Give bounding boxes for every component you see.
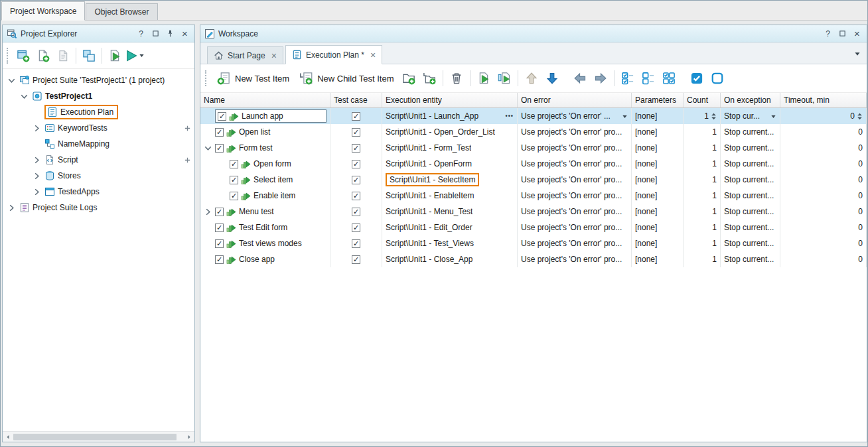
add-item-icon[interactable] [183, 156, 192, 164]
name-cell[interactable]: Open list [200, 124, 330, 140]
chevron-down-icon[interactable] [203, 143, 213, 153]
spinner-icon[interactable] [711, 111, 717, 121]
add-existing-item-button[interactable] [53, 46, 73, 65]
chevron-right-icon[interactable] [203, 207, 213, 217]
timeout-cell[interactable]: 0 [780, 156, 867, 172]
new-child-group-button[interactable] [419, 69, 439, 88]
count-cell[interactable]: 1 [684, 124, 721, 140]
add-new-item-button[interactable] [33, 46, 53, 65]
plan-row-test-edit-form[interactable]: Test Edit formScript\Unit1 - Edit_OrderU… [200, 220, 867, 235]
tab-object-browser[interactable]: Object Browser [86, 3, 157, 20]
test-case-cell[interactable] [330, 140, 382, 156]
spinner-icon[interactable] [857, 111, 863, 121]
on-error-cell[interactable]: Use project's 'On error' pro... [518, 140, 632, 156]
close-button[interactable]: × [179, 28, 190, 39]
tab-execution-plan[interactable]: Execution Plan * × [285, 45, 382, 64]
on-exception-cell[interactable]: Stop current... [721, 251, 780, 267]
tab-start-page[interactable]: Start Page × [207, 46, 283, 64]
move-up-button[interactable] [522, 69, 542, 88]
count-cell[interactable]: 1 [684, 108, 721, 124]
scroll-right-icon[interactable] [185, 433, 193, 441]
tree-item-tested-apps[interactable]: TestedApps [3, 184, 194, 200]
scroll-left-icon[interactable] [4, 433, 12, 441]
row-enabled-checkbox[interactable] [215, 239, 224, 248]
chevron-right-icon[interactable] [32, 155, 42, 165]
pin-button[interactable] [165, 28, 176, 39]
run-project-button[interactable] [105, 46, 125, 65]
row-enabled-checkbox[interactable] [215, 255, 224, 264]
count-cell[interactable]: 1 [684, 172, 721, 188]
test-case-cell[interactable] [330, 251, 382, 267]
test-case-cell[interactable] [330, 204, 382, 220]
test-case-checkbox[interactable] [352, 112, 360, 121]
move-down-button[interactable] [542, 69, 562, 88]
column-header-on_error[interactable]: On error [518, 93, 632, 107]
name-cell[interactable]: Open form [200, 156, 330, 172]
maximize-button[interactable] [150, 28, 161, 39]
row-enabled-checkbox[interactable] [218, 112, 226, 121]
test-case-cell[interactable] [330, 156, 382, 172]
test-case-cell[interactable] [330, 220, 382, 235]
name-cell[interactable]: Test Edit form [200, 220, 330, 235]
close-tab-icon[interactable]: × [370, 50, 376, 60]
test-case-cell[interactable] [330, 124, 382, 140]
row-enabled-checkbox[interactable] [215, 128, 224, 137]
name-cell[interactable]: Form test [200, 140, 330, 156]
add-project-button[interactable] [13, 46, 33, 65]
row-enabled-checkbox[interactable] [230, 176, 238, 184]
execution-entity-cell[interactable]: Script\Unit1 - Open_Order_List [382, 124, 518, 140]
row-enabled-checkbox[interactable] [215, 224, 224, 232]
check-all-button[interactable] [618, 69, 638, 88]
on-exception-cell[interactable]: Stop current... [721, 220, 780, 235]
count-cell[interactable]: 1 [684, 204, 721, 220]
name-cell[interactable]: Menu test [200, 204, 330, 220]
count-cell[interactable]: 1 [684, 235, 721, 251]
chevron-right-icon[interactable] [32, 171, 42, 181]
parameters-cell[interactable]: [none] [632, 251, 684, 267]
on-error-cell[interactable]: Use project's 'On error' pro... [518, 124, 632, 140]
plan-row-enable-item[interactable]: Enable itemScript\Unit1 - EnableItemUse … [200, 188, 867, 204]
parameters-cell[interactable]: [none] [632, 204, 684, 220]
name-cell[interactable]: Test views modes [200, 235, 330, 251]
tree-item-project-testproject1[interactable]: TestProject1 [3, 88, 194, 104]
move-left-button[interactable] [570, 69, 590, 88]
tree-item-keyword-tests[interactable]: KeywordTests [3, 120, 194, 136]
execution-entity-cell[interactable]: Script\Unit1 - EnableItem [382, 188, 518, 204]
run-focused-item-button[interactable] [494, 69, 514, 88]
on-exception-cell[interactable]: Stop current... [721, 172, 780, 188]
execution-entity-cell[interactable]: Script\Unit1 - Edit_Order [382, 220, 518, 235]
timeout-cell[interactable]: 0 [780, 251, 867, 267]
uncheck-all-button[interactable] [638, 69, 658, 88]
parameters-cell[interactable]: [none] [632, 124, 684, 140]
on-error-cell[interactable]: Use project's 'On error' ... [518, 108, 632, 124]
execution-entity-cell[interactable]: Script\Unit1 - Launch_App••• [382, 108, 518, 124]
on-exception-cell[interactable]: Stop current... [721, 204, 780, 220]
disable-selected-button[interactable] [707, 69, 727, 88]
close-tab-icon[interactable]: × [271, 51, 277, 60]
column-header-count[interactable]: Count [684, 93, 721, 107]
check-children-button[interactable] [659, 69, 679, 88]
execution-entity-cell[interactable]: Script\Unit1 - Close_App [382, 251, 518, 267]
execution-entity-cell[interactable]: Script\Unit1 - Menu_Test [382, 204, 518, 220]
on-error-cell[interactable]: Use project's 'On error' pro... [518, 204, 632, 220]
chevron-down-icon[interactable] [7, 76, 17, 86]
parameters-cell[interactable]: [none] [632, 220, 684, 235]
plan-row-menu-test[interactable]: Menu testScript\Unit1 - Menu_TestUse pro… [200, 204, 867, 220]
test-case-cell[interactable] [330, 188, 382, 204]
organize-tests-button[interactable] [79, 46, 99, 65]
tab-overflow-button[interactable] [854, 50, 861, 57]
test-case-checkbox[interactable] [352, 160, 360, 168]
plan-row-form-test[interactable]: Form testScript\Unit1 - Form_TestUse pro… [200, 140, 867, 156]
tree-item-stores[interactable]: Stores [3, 168, 194, 184]
column-header-timeout[interactable]: Timeout, min [780, 93, 867, 107]
move-right-button[interactable] [591, 69, 611, 88]
test-case-cell[interactable] [330, 172, 382, 188]
plan-row-close-app[interactable]: Close appScript\Unit1 - Close_AppUse pro… [200, 251, 867, 267]
execution-entity-cell[interactable]: Script\Unit1 - Form_Test [382, 140, 518, 156]
test-case-cell[interactable] [330, 108, 382, 124]
on-exception-cell[interactable]: Stop current... [721, 235, 780, 251]
column-header-parameters[interactable]: Parameters [632, 93, 684, 107]
on-exception-cell[interactable]: Stop current... [721, 156, 780, 172]
plan-row-open-form[interactable]: Open formScript\Unit1 - OpenFormUse proj… [200, 156, 867, 172]
test-case-checkbox[interactable] [352, 176, 360, 184]
